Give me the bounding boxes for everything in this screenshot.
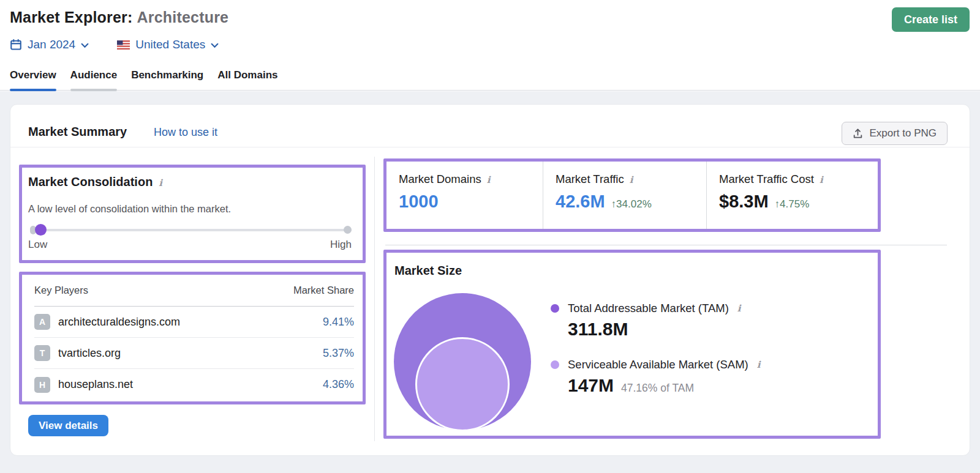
stat-market-traffic: Market Traffic i 42.6M ↑34.02% [543,162,706,229]
page-title-prefix: Market Explorer: [10,9,133,26]
table-row[interactable]: A architecturaldesigns.com 9.41% [34,307,354,338]
section-divider [385,245,947,245]
domain-name[interactable]: architecturaldesigns.com [58,316,180,329]
date-filter-label: Jan 2024 [28,38,75,51]
sam-share-of-tam: 47.16% of TAM [621,382,694,395]
stat-label: Market Traffic Cost [719,173,814,186]
gauge-marker-current [35,224,47,236]
domain-favicon-badge: T [34,345,50,361]
tab-bar: Overview Audience Benchmarking All Domai… [0,65,980,91]
gauge-scale: Low High [28,239,352,251]
tab-all-domains[interactable]: All Domains [217,65,277,90]
stats-row: Market Domains i 1000 Market Traffic i 4… [386,162,878,229]
key-players-header: Key Players [34,285,88,296]
info-icon[interactable]: i [487,174,491,185]
stat-delta-up: ↑34.02% [611,198,652,210]
domain-name[interactable]: tvarticles.org [58,347,121,360]
export-to-png-button[interactable]: Export to PNG [842,122,948,145]
stat-value: 1000 [399,192,439,212]
card-header: Market Summary How to use it Export to P… [10,105,970,147]
sam-bubble [415,337,510,431]
gauge-high-label: High [330,239,352,251]
page-title: Market Explorer:Architecture [10,9,228,26]
stat-label: Market Traffic [556,173,624,186]
info-icon[interactable]: i [757,359,761,370]
key-players-table: Key Players Market Share A architectural… [34,275,354,401]
info-icon[interactable]: i [737,303,741,314]
date-filter-dropdown[interactable]: Jan 2024 [10,38,89,51]
info-icon[interactable]: i [630,174,633,185]
view-details-button[interactable]: View details [28,415,108,436]
stat-label: Market Domains [399,173,481,186]
calendar-icon [10,39,22,51]
stat-delta-up: ↑4.75% [775,198,810,210]
sam-value-row: 147M 47.16% of TAM [568,375,694,396]
tab-benchmarking[interactable]: Benchmarking [131,65,203,90]
country-filter-label: United States [135,38,205,51]
market-share-value: 4.36% [323,378,354,391]
consolidation-title-row: Market Consolidation i [28,175,162,189]
table-row[interactable]: H houseplans.net 4.36% [34,369,354,400]
create-list-label: Create list [904,13,957,26]
tam-label: Total Addressable Market (TAM) [568,302,729,315]
domain-favicon-badge: A [34,314,50,330]
stat-market-domains: Market Domains i 1000 [386,162,543,229]
tam-legend-row: Total Addressable Market (TAM) i [551,302,741,315]
consolidation-description: A low level of consolidation within the … [28,203,231,215]
market-share-value: 5.37% [323,347,354,360]
how-to-use-link[interactable]: How to use it [154,126,217,139]
us-flag-icon [117,40,130,50]
chevron-down-icon [81,43,89,48]
info-icon[interactable]: i [159,177,162,188]
column-divider [374,157,375,441]
market-stats-panel: Market Domains i 1000 Market Traffic i 4… [383,158,881,232]
stat-market-traffic-cost: Market Traffic Cost i $8.3M ↑4.75% [706,162,878,229]
market-consolidation-panel: Market Consolidation i A low level of co… [19,165,366,263]
key-players-panel: Key Players Market Share A architectural… [19,272,366,404]
chevron-down-icon [211,43,219,48]
market-size-title: Market Size [394,264,462,278]
tab-overview[interactable]: Overview [10,65,56,90]
key-players-header-row: Key Players Market Share [34,275,354,307]
tam-legend-dot [551,304,559,313]
gauge-end-dot [344,226,352,234]
view-details-label: View details [39,420,98,431]
country-filter-dropdown[interactable]: United States [117,38,219,51]
stat-value: 42.6M [556,192,605,212]
market-explorer-page: Market Explorer:Architecture Create list… [0,0,980,473]
tab-audience[interactable]: Audience [70,65,118,90]
domain-favicon-badge: H [34,377,50,393]
market-share-header: Market Share [293,285,354,296]
info-icon[interactable]: i [820,174,823,185]
sam-legend-dot [551,360,559,369]
market-summary-card: Market Summary How to use it Export to P… [10,104,970,456]
market-share-value: 9.41% [323,316,354,329]
tam-value: 311.8M [568,319,628,340]
upload-icon [853,128,863,139]
consolidation-title: Market Consolidation [28,175,153,189]
sam-value: 147M [568,375,614,396]
page-title-market: Architecture [137,9,229,26]
gauge-track [30,229,352,231]
stat-value: $8.3M [719,192,769,212]
filter-bar: Jan 2024 United States [10,38,219,51]
sam-legend-row: Serviceable Available Market (SAM) i [551,358,760,371]
market-size-panel: Market Size Total Addressable Market (TA… [383,250,881,439]
consolidation-gauge [30,224,352,236]
gauge-low-label: Low [28,239,47,251]
table-row[interactable]: T tvarticles.org 5.37% [34,338,354,369]
export-to-png-label: Export to PNG [869,127,937,140]
sam-label: Serviceable Available Market (SAM) [568,358,748,371]
domain-name[interactable]: houseplans.net [58,378,133,391]
market-summary-title: Market Summary [28,125,127,139]
create-list-button[interactable]: Create list [892,7,970,32]
